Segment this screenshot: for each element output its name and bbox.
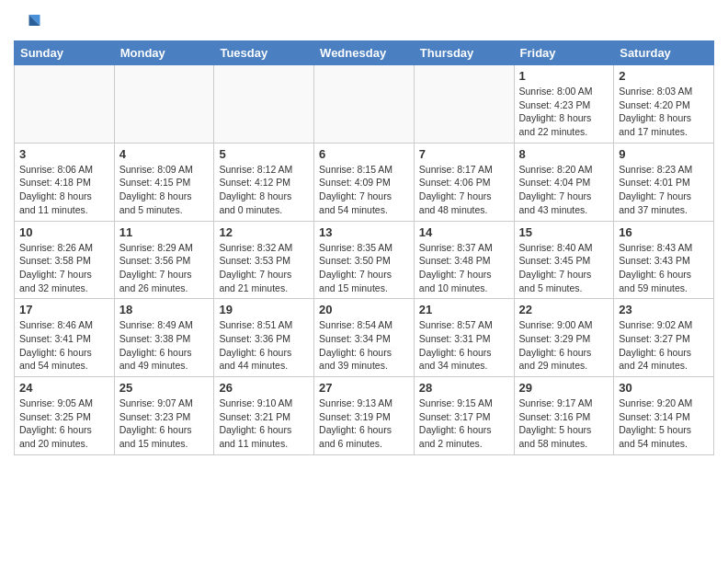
day-cell: 21Sunrise: 8:57 AMSunset: 3:31 PMDayligh… — [414, 299, 514, 377]
day-info: Sunrise: 9:17 AMSunset: 3:16 PMDaylight:… — [519, 396, 609, 451]
week-row-5: 24Sunrise: 9:05 AMSunset: 3:25 PMDayligh… — [15, 377, 714, 455]
day-cell: 25Sunrise: 9:07 AMSunset: 3:23 PMDayligh… — [114, 377, 214, 455]
calendar-page: SundayMondayTuesdayWednesdayThursdayFrid… — [0, 0, 728, 465]
day-info: Sunrise: 8:37 AMSunset: 3:48 PMDaylight:… — [419, 241, 509, 295]
logo — [14, 9, 45, 37]
day-number: 7 — [419, 147, 509, 161]
day-info: Sunrise: 8:51 AMSunset: 3:36 PMDaylight:… — [219, 318, 309, 373]
day-number: 28 — [419, 381, 509, 395]
day-number: 14 — [419, 225, 509, 239]
day-number: 23 — [619, 303, 709, 316]
day-cell: 15Sunrise: 8:40 AMSunset: 3:45 PMDayligh… — [514, 221, 614, 299]
day-info: Sunrise: 8:23 AMSunset: 4:01 PMDaylight:… — [619, 163, 709, 217]
day-info: Sunrise: 9:07 AMSunset: 3:23 PMDaylight:… — [119, 396, 210, 451]
day-info: Sunrise: 8:15 AMSunset: 4:09 PMDaylight:… — [319, 163, 409, 217]
day-cell: 27Sunrise: 9:13 AMSunset: 3:19 PMDayligh… — [314, 377, 415, 455]
day-cell: 1Sunrise: 8:00 AMSunset: 4:23 PMDaylight… — [514, 65, 614, 144]
day-info: Sunrise: 9:13 AMSunset: 3:19 PMDaylight:… — [319, 396, 409, 451]
day-cell: 20Sunrise: 8:54 AMSunset: 3:34 PMDayligh… — [314, 299, 415, 377]
header-cell-sunday: Sunday — [15, 41, 115, 65]
day-cell — [414, 65, 514, 144]
calendar-table: SundayMondayTuesdayWednesdayThursdayFrid… — [14, 40, 714, 455]
day-cell: 8Sunrise: 8:20 AMSunset: 4:04 PMDaylight… — [514, 143, 614, 221]
day-cell: 2Sunrise: 8:03 AMSunset: 4:20 PMDaylight… — [614, 65, 714, 144]
day-number: 20 — [319, 303, 409, 316]
day-number: 13 — [319, 225, 409, 239]
day-info: Sunrise: 9:10 AMSunset: 3:21 PMDaylight:… — [219, 396, 309, 451]
day-info: Sunrise: 8:00 AMSunset: 4:23 PMDaylight:… — [519, 85, 609, 139]
day-number: 29 — [519, 381, 609, 395]
day-info: Sunrise: 8:54 AMSunset: 3:34 PMDaylight:… — [319, 318, 409, 373]
day-info: Sunrise: 8:29 AMSunset: 3:56 PMDaylight:… — [119, 241, 210, 295]
day-cell: 28Sunrise: 9:15 AMSunset: 3:17 PMDayligh… — [414, 377, 514, 455]
day-cell: 14Sunrise: 8:37 AMSunset: 3:48 PMDayligh… — [414, 221, 514, 299]
day-info: Sunrise: 8:20 AMSunset: 4:04 PMDaylight:… — [519, 163, 609, 217]
day-info: Sunrise: 8:35 AMSunset: 3:50 PMDaylight:… — [319, 241, 409, 295]
day-number: 8 — [519, 147, 609, 161]
day-number: 10 — [19, 225, 109, 239]
day-cell: 26Sunrise: 9:10 AMSunset: 3:21 PMDayligh… — [214, 377, 314, 455]
day-cell — [214, 65, 314, 144]
day-cell: 13Sunrise: 8:35 AMSunset: 3:50 PMDayligh… — [314, 221, 415, 299]
week-row-1: 1Sunrise: 8:00 AMSunset: 4:23 PMDaylight… — [15, 65, 714, 144]
day-number: 2 — [619, 69, 709, 83]
day-cell — [15, 65, 115, 144]
day-cell: 16Sunrise: 8:43 AMSunset: 3:43 PMDayligh… — [614, 221, 714, 299]
day-cell: 30Sunrise: 9:20 AMSunset: 3:14 PMDayligh… — [614, 377, 714, 455]
day-cell: 12Sunrise: 8:32 AMSunset: 3:53 PMDayligh… — [214, 221, 314, 299]
day-info: Sunrise: 8:49 AMSunset: 3:38 PMDaylight:… — [119, 318, 210, 373]
day-info: Sunrise: 9:02 AMSunset: 3:27 PMDaylight:… — [619, 318, 709, 373]
day-cell: 22Sunrise: 9:00 AMSunset: 3:29 PMDayligh… — [514, 299, 614, 377]
day-cell: 4Sunrise: 8:09 AMSunset: 4:15 PMDaylight… — [114, 143, 214, 221]
day-cell: 7Sunrise: 8:17 AMSunset: 4:06 PMDaylight… — [414, 143, 514, 221]
logo-icon — [14, 9, 41, 37]
day-info: Sunrise: 8:17 AMSunset: 4:06 PMDaylight:… — [419, 163, 509, 217]
day-number: 22 — [519, 303, 609, 316]
day-info: Sunrise: 8:32 AMSunset: 3:53 PMDaylight:… — [219, 241, 309, 295]
day-cell: 5Sunrise: 8:12 AMSunset: 4:12 PMDaylight… — [214, 143, 314, 221]
day-info: Sunrise: 8:09 AMSunset: 4:15 PMDaylight:… — [119, 163, 210, 217]
day-number: 1 — [519, 69, 609, 83]
week-row-3: 10Sunrise: 8:26 AMSunset: 3:58 PMDayligh… — [15, 221, 714, 299]
day-info: Sunrise: 8:26 AMSunset: 3:58 PMDaylight:… — [19, 241, 109, 295]
day-number: 26 — [219, 381, 309, 395]
day-cell: 10Sunrise: 8:26 AMSunset: 3:58 PMDayligh… — [15, 221, 115, 299]
day-cell: 24Sunrise: 9:05 AMSunset: 3:25 PMDayligh… — [15, 377, 115, 455]
day-number: 12 — [219, 225, 309, 239]
day-cell: 6Sunrise: 8:15 AMSunset: 4:09 PMDaylight… — [314, 143, 415, 221]
day-cell: 9Sunrise: 8:23 AMSunset: 4:01 PMDaylight… — [614, 143, 714, 221]
day-cell — [114, 65, 214, 144]
day-info: Sunrise: 9:00 AMSunset: 3:29 PMDaylight:… — [519, 318, 609, 373]
day-info: Sunrise: 8:06 AMSunset: 4:18 PMDaylight:… — [19, 163, 109, 217]
day-info: Sunrise: 8:03 AMSunset: 4:20 PMDaylight:… — [619, 85, 709, 139]
day-cell: 18Sunrise: 8:49 AMSunset: 3:38 PMDayligh… — [114, 299, 214, 377]
day-info: Sunrise: 8:43 AMSunset: 3:43 PMDaylight:… — [619, 241, 709, 295]
day-number: 5 — [219, 147, 309, 161]
day-number: 16 — [619, 225, 709, 239]
header-cell-saturday: Saturday — [614, 41, 714, 65]
day-number: 18 — [119, 303, 210, 316]
header-cell-friday: Friday — [514, 41, 614, 65]
day-number: 17 — [19, 303, 109, 316]
day-number: 4 — [119, 147, 210, 161]
day-cell: 29Sunrise: 9:17 AMSunset: 3:16 PMDayligh… — [514, 377, 614, 455]
day-number: 19 — [219, 303, 309, 316]
day-cell: 3Sunrise: 8:06 AMSunset: 4:18 PMDaylight… — [15, 143, 115, 221]
day-number: 6 — [319, 147, 409, 161]
day-info: Sunrise: 9:15 AMSunset: 3:17 PMDaylight:… — [419, 396, 509, 451]
header-cell-monday: Monday — [114, 41, 214, 65]
day-info: Sunrise: 8:57 AMSunset: 3:31 PMDaylight:… — [419, 318, 509, 373]
header-cell-wednesday: Wednesday — [314, 41, 415, 65]
day-cell — [314, 65, 415, 144]
day-number: 11 — [119, 225, 210, 239]
header-row: SundayMondayTuesdayWednesdayThursdayFrid… — [15, 41, 714, 65]
header-cell-tuesday: Tuesday — [214, 41, 314, 65]
header-cell-thursday: Thursday — [414, 41, 514, 65]
day-cell: 19Sunrise: 8:51 AMSunset: 3:36 PMDayligh… — [214, 299, 314, 377]
day-info: Sunrise: 8:40 AMSunset: 3:45 PMDaylight:… — [519, 241, 609, 295]
day-info: Sunrise: 9:05 AMSunset: 3:25 PMDaylight:… — [19, 396, 109, 451]
day-number: 30 — [619, 381, 709, 395]
header — [14, 9, 714, 37]
day-info: Sunrise: 8:46 AMSunset: 3:41 PMDaylight:… — [19, 318, 109, 373]
day-number: 15 — [519, 225, 609, 239]
